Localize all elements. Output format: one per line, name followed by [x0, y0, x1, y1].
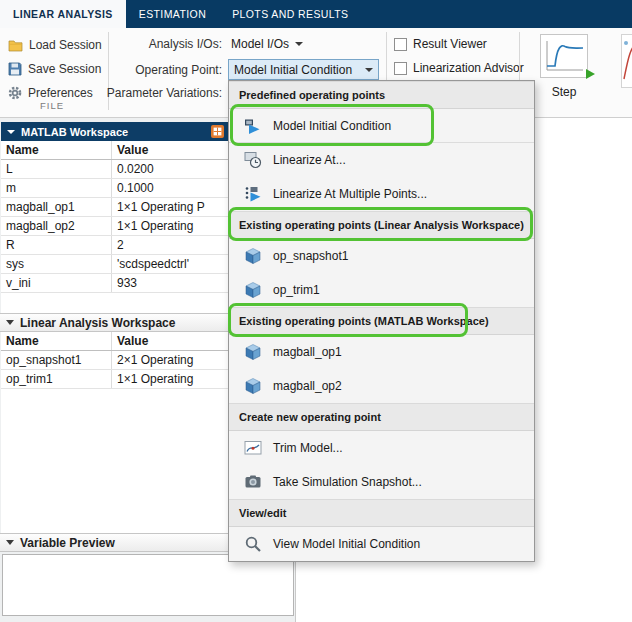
trim-model-icon — [244, 439, 262, 457]
menu-section-header: Existing operating points (MATLAB Worksp… — [229, 307, 534, 335]
menu-section-header: Create new operating point — [229, 403, 534, 431]
collapse-triangle-icon — [6, 540, 14, 545]
menu-item-label: Linearize At... — [273, 153, 346, 167]
chevron-down-icon — [365, 68, 373, 72]
linearization-advisor-option: Linearization Advisor — [394, 60, 524, 76]
file-section-label: FILE — [0, 100, 104, 111]
menu-item-take-simulation-snapshot[interactable]: Take Simulation Snapshot... — [229, 465, 534, 499]
menu-item-magball-op1[interactable]: magball_op1 — [229, 335, 534, 369]
workspace-icon[interactable] — [211, 125, 224, 138]
menu-item-label: magball_op1 — [273, 345, 342, 359]
column-header-name[interactable]: Name — [1, 141, 112, 159]
variable-name: op_snapshot1 — [1, 351, 112, 369]
step-plot-button[interactable]: Step — [527, 31, 601, 115]
dropdown-value: Model Initial Condition — [234, 63, 352, 77]
menu-section-header: View/edit — [229, 499, 534, 527]
operating-point-cube-icon — [244, 247, 262, 265]
menu-item-label: Linearize At Multiple Points... — [273, 187, 427, 201]
model-initial-condition-icon — [244, 117, 262, 135]
menu-item-label: Take Simulation Snapshot... — [273, 475, 422, 489]
variable-name: L — [1, 160, 112, 178]
magnifier-icon — [244, 535, 262, 553]
run-arrow-icon — [586, 69, 595, 79]
save-session-button[interactable]: Save Session — [8, 58, 101, 80]
menu-item-op-trim1[interactable]: op_trim1 — [229, 273, 534, 307]
toolstrip-tab-bar: LINEAR ANALYSIS ESTIMATION PLOTS AND RES… — [0, 0, 632, 28]
result-viewer-checkbox[interactable] — [394, 38, 407, 51]
collapse-triangle-icon[interactable] — [7, 130, 15, 134]
result-viewer-option: Result Viewer — [394, 36, 487, 52]
menu-section-header: Predefined operating points — [229, 81, 534, 109]
gallery-item-partial[interactable] — [621, 34, 632, 88]
checkbox-label: Linearization Advisor — [413, 61, 524, 75]
tab-linear-analysis[interactable]: LINEAR ANALYSIS — [0, 0, 126, 28]
column-header-name[interactable]: Name — [1, 332, 112, 350]
menu-item-label: magball_op2 — [273, 379, 342, 393]
variable-name: v_ini — [1, 274, 112, 292]
operating-point-cube-icon — [244, 377, 262, 395]
snapshot-camera-icon — [244, 473, 262, 491]
dropdown-value: Model I/Os — [231, 37, 289, 51]
menu-section-header: Existing operating points (Linear Analys… — [229, 211, 534, 239]
menu-item-label: op_trim1 — [273, 283, 320, 297]
variable-preview-area — [2, 554, 294, 616]
panel-title: MATLAB Workspace — [21, 126, 128, 138]
linearization-advisor-checkbox[interactable] — [394, 62, 407, 75]
menu-item-label: View Model Initial Condition — [273, 537, 420, 551]
variable-name: m — [1, 179, 112, 197]
variable-name: sys — [1, 255, 112, 273]
folder-open-icon — [8, 39, 23, 52]
gallery-item-label: Step — [552, 85, 577, 99]
checkbox-label: Result Viewer — [413, 37, 487, 51]
step-response-icon — [540, 34, 588, 81]
parameter-variations-label: Parameter Variations: — [100, 84, 222, 102]
analysis-ios-label: Analysis I/Os: — [100, 35, 222, 53]
analysis-ios-dropdown[interactable]: Model I/Os — [231, 35, 303, 53]
operating-point-cube-icon — [244, 281, 262, 299]
menu-item-label: op_snapshot1 — [273, 249, 348, 263]
chevron-down-icon — [295, 42, 303, 46]
collapse-triangle-icon — [6, 320, 14, 325]
menu-item-magball-op2[interactable]: magball_op2 — [229, 369, 534, 403]
menu-item-linearize-at-multiple-points[interactable]: Linearize At Multiple Points... — [229, 177, 534, 211]
menu-item-model-initial-condition[interactable]: Model Initial Condition — [229, 109, 534, 143]
button-label: Load Session — [29, 38, 102, 52]
operating-point-cube-icon — [244, 343, 262, 361]
gear-icon — [8, 86, 22, 100]
variable-name: R — [1, 236, 112, 254]
menu-item-trim-model[interactable]: Trim Model... — [229, 431, 534, 465]
menu-item-op-snapshot1[interactable]: op_snapshot1 — [229, 239, 534, 273]
linearize-at-icon — [244, 151, 262, 169]
menu-item-label: Model Initial Condition — [273, 119, 391, 133]
operating-point-dropdown-button[interactable]: Model Initial Condition — [228, 59, 379, 80]
tab-plots-and-results[interactable]: PLOTS AND RESULTS — [219, 0, 361, 28]
variable-name: magball_op1 — [1, 198, 112, 216]
tab-estimation[interactable]: ESTIMATION — [126, 0, 219, 28]
section-title: Linear Analysis Workspace — [20, 316, 175, 330]
variable-name: op_trim1 — [1, 370, 112, 388]
linearize-multiple-icon — [244, 185, 262, 203]
button-label: Preferences — [28, 86, 93, 100]
operating-point-dropdown-menu: Predefined operating points Model Initia… — [228, 80, 535, 562]
section-title: Variable Preview — [20, 536, 115, 550]
load-session-button[interactable]: Load Session — [8, 34, 102, 56]
menu-item-label: Trim Model... — [273, 441, 343, 455]
linear-analysis-tool-window: LINEAR ANALYSIS ESTIMATION PLOTS AND RES… — [0, 0, 632, 622]
save-icon — [8, 62, 22, 76]
button-label: Save Session — [28, 62, 101, 76]
menu-item-linearize-at[interactable]: Linearize At... — [229, 143, 534, 177]
menu-item-view-model-initial-condition[interactable]: View Model Initial Condition — [229, 527, 534, 561]
variable-name: magball_op2 — [1, 217, 112, 235]
operating-point-label: Operating Point: — [100, 61, 222, 79]
